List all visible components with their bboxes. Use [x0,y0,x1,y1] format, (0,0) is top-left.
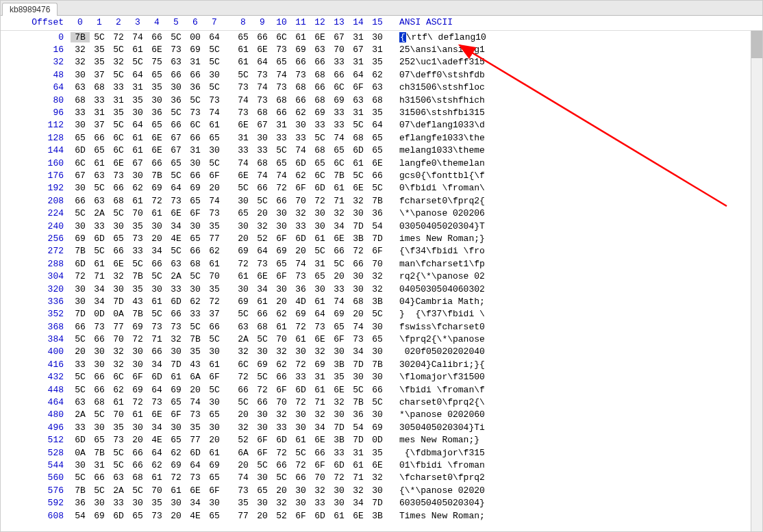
hex-byte[interactable]: 63 [234,322,253,332]
hex-byte[interactable]: 6E [368,158,387,168]
hex-byte[interactable]: 61 [310,233,329,244]
hex-byte[interactable]: 43 [128,296,147,307]
hex-byte[interactable]: 6E [349,183,368,193]
hex-byte[interactable]: 69 [128,322,147,332]
hex-byte[interactable]: 65 [166,397,186,407]
hex-byte[interactable]: 73 [205,95,224,105]
hex-byte[interactable]: 35 [90,45,109,55]
hex-byte[interactable]: 6D [90,233,109,244]
hex-byte[interactable]: 30 [329,498,349,508]
hex-byte[interactable]: 65 [310,271,329,281]
hex-byte[interactable]: 73 [253,70,272,80]
hex-byte[interactable]: 6F [205,485,224,496]
hex-byte[interactable]: 7B [90,448,109,458]
hex-byte[interactable]: 5C [71,208,90,218]
hex-cells[interactable]: 30375C64656666305C73747368666462 [71,70,387,80]
hex-byte[interactable]: 33 [329,448,349,458]
ascii-cell[interactable]: 3050405020304}Ti [387,422,485,433]
hex-byte[interactable]: 61 [329,511,349,521]
hex-byte[interactable]: 74 [234,472,253,483]
hex-byte[interactable]: 6E [310,334,329,344]
hex-byte[interactable]: 61 [128,196,147,206]
hex-byte[interactable]: 7B [329,170,349,181]
hex-byte[interactable]: 66 [90,334,109,344]
hex-byte[interactable]: 72 [166,472,186,483]
hex-byte[interactable]: 73 [147,397,166,407]
ascii-cell[interactable]: 020f05020202040 [387,346,485,357]
hex-byte[interactable]: 52 [234,435,253,445]
hex-byte[interactable]: 32 [109,271,128,281]
hex-byte[interactable]: 65 [166,158,186,168]
hex-byte[interactable]: 65 [234,32,253,42]
hex-byte[interactable]: 30 [329,409,349,420]
hex-row[interactable]: 46463686172736574305C66707271327B5Cchars… [1,396,751,408]
hex-byte[interactable]: 6E [109,158,128,168]
hex-byte[interactable]: 70 [109,409,128,420]
hex-byte[interactable]: 62 [368,70,387,80]
hex-byte[interactable]: 64 [310,309,329,319]
hex-cells[interactable]: 333035303430353032303330347D5469 [71,422,387,433]
hex-byte[interactable]: 30 [253,133,272,143]
hex-byte[interactable]: 66 [128,460,147,470]
hex-byte[interactable]: 66 [147,32,166,42]
ascii-cell[interactable]: 0\fbidi \froman\ [387,183,485,193]
ascii-cell[interactable]: {\f34\fbidi \fro [387,246,485,256]
hex-byte[interactable]: 32 [368,472,387,483]
hex-row[interactable]: 3527D0D0A7B5C6633375C6662696469205C} {\f… [1,308,751,320]
hex-byte[interactable]: 30 [90,359,109,370]
hex-byte[interactable]: 74 [253,82,272,92]
hex-byte[interactable]: 5C [349,120,368,130]
hex-byte[interactable]: 66 [128,448,147,458]
hex-byte[interactable]: 61 [272,322,291,332]
ascii-cell[interactable]: ch31506\stshfloc [387,82,485,92]
hex-byte[interactable]: 67 [166,145,186,155]
ascii-cell[interactable]: 03050405020304}T [387,221,485,231]
hex-byte[interactable]: 69 [329,95,349,105]
hex-byte[interactable]: 74 [291,259,310,269]
hex-byte[interactable]: 65 [272,259,291,269]
hex-byte[interactable]: 34 [253,284,272,294]
hex-byte[interactable]: 63 [310,45,329,55]
hex-byte[interactable]: 61 [166,372,186,382]
hex-byte[interactable]: 6E [166,208,186,218]
hex-byte[interactable]: 74 [186,397,205,407]
hex-byte[interactable]: 68 [349,296,368,307]
hex-byte[interactable]: 6F [205,170,224,181]
hex-byte[interactable]: 5C [329,259,349,269]
hex-byte[interactable]: 5C [90,32,109,42]
hex-byte[interactable]: 69 [205,460,224,470]
hex-byte[interactable]: 32 [310,409,329,420]
hex-byte[interactable]: 68 [253,158,272,168]
hex-byte[interactable]: 35 [186,346,205,357]
hex-row[interactable]: 2086663686172736574305C66707271327Bfchar… [1,194,751,207]
hex-byte[interactable]: 70 [272,334,291,344]
hex-row[interactable]: 1446D656C616E67313033335C7468656D65melan… [1,144,751,157]
hex-byte[interactable]: 73 [90,322,109,332]
hex-cells[interactable]: 5C6662696469205C66726F6D616E5C66 [71,385,387,395]
hex-byte[interactable]: 73 [186,472,205,483]
hex-row[interactable]: 5923630333035303430353032303330347D60305… [1,496,751,509]
hex-byte[interactable]: 32 [310,346,329,357]
ascii-cell[interactable]: eflangfe1033\the [387,133,485,143]
hex-byte[interactable]: 35 [109,422,128,433]
hex-byte[interactable]: 5C [71,334,90,344]
hex-byte[interactable]: 68 [272,95,291,105]
hex-byte[interactable]: 4D [291,296,310,307]
hex-byte[interactable]: 33 [329,57,349,67]
hex-byte[interactable]: 31 [272,120,291,130]
hex-byte[interactable]: 6F [186,208,205,218]
hex-byte[interactable]: 33 [90,95,109,105]
hex-byte[interactable]: 65 [272,158,291,168]
hex-byte[interactable]: 5C [109,208,128,218]
hex-byte[interactable]: 64 [253,246,272,256]
hex-byte[interactable]: 6C [310,170,329,181]
hex-byte[interactable]: 5C [205,334,224,344]
hex-byte[interactable]: 35 [90,57,109,67]
hex-byte[interactable]: 30 [368,409,387,420]
hex-byte[interactable]: 70 [128,208,147,218]
hex-byte[interactable]: 66 [329,70,349,80]
hex-byte[interactable]: 63 [71,82,90,92]
hex-byte[interactable]: 66 [310,448,329,458]
hex-byte[interactable]: 30 [166,346,186,357]
hex-byte[interactable]: 2A [234,334,253,344]
